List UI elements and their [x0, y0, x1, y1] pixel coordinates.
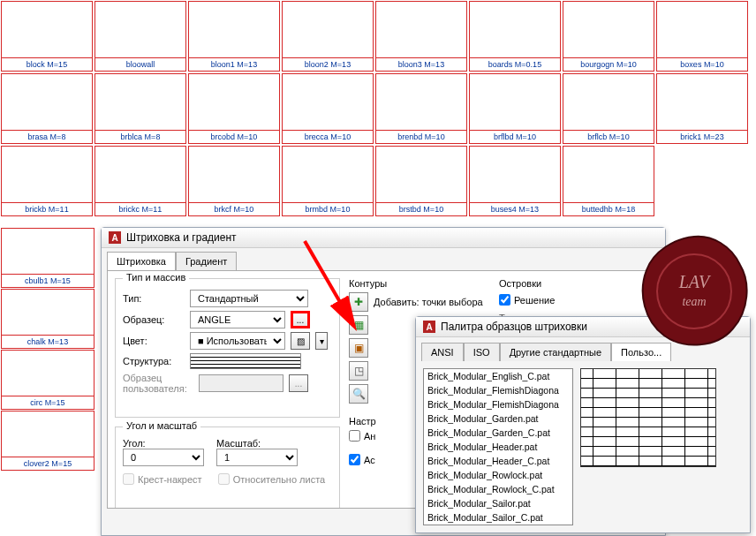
pattern-list-item[interactable]: Brick_Modular_Header.pat	[424, 440, 572, 454]
swatch-label: brkcf M=10	[215, 203, 254, 215]
swatch-label: block M=15	[26, 58, 67, 71]
app-icon: A	[423, 321, 435, 333]
pattern-list-item[interactable]: Brick_Modular_Sailor.pat	[424, 496, 572, 510]
pattern-swatch[interactable]: boxes M=10	[656, 1, 748, 72]
swatch-label: buses4 M=13	[491, 203, 539, 215]
pattern-list-item[interactable]: Brick_Modular_Garden.pat	[424, 411, 572, 426]
swatch-label: chalk M=13	[27, 336, 68, 348]
palette-tab-iso[interactable]: ISO	[464, 343, 500, 361]
pattern-swatch[interactable]: brickc M=11	[94, 146, 186, 216]
type-select[interactable]: Стандартный	[190, 290, 308, 307]
tab-hatch[interactable]: Штриховка	[107, 252, 176, 270]
wax-seal-icon: LAV team	[632, 230, 756, 353]
add-objects-button[interactable]: ▦	[349, 315, 368, 335]
view-button[interactable]: 🔍	[349, 384, 368, 404]
swatch-label: boxes M=10	[680, 58, 723, 71]
pattern-list-item[interactable]: Brick_Modular_Sailor_C.pat	[424, 510, 572, 525]
swatch-label: cbulb1 M=15	[25, 275, 71, 287]
pattern-swatch[interactable]: buses4 M=13	[469, 146, 561, 216]
userpat-label: Образец пользователя:	[123, 373, 193, 394]
swatch-label: bloon3 M=13	[398, 58, 444, 71]
structure-preview[interactable]	[190, 353, 301, 369]
pattern-list-item[interactable]: Brick_Modular_Header_C.pat	[424, 454, 572, 468]
app-icon: A	[109, 231, 121, 244]
svg-text:team: team	[682, 295, 706, 308]
pattern-swatch[interactable]: brstbd M=10	[375, 146, 467, 216]
pattern-list[interactable]: Brick_Modular_English_C.patBrick_Modular…	[423, 368, 573, 525]
color-swatch-button[interactable]: ▨	[291, 332, 310, 350]
pattern-swatch[interactable]: boards M=0.15	[469, 1, 561, 72]
svg-text:LAV: LAV	[678, 272, 712, 291]
remove-button[interactable]: ▣	[349, 338, 368, 358]
scale-label: Масштаб:	[216, 438, 305, 449]
pattern-swatch[interactable]: brickb M=11	[1, 146, 93, 216]
group-type-title: Тип и массив	[123, 272, 189, 283]
pattern-swatch[interactable]: brecca M=10	[282, 73, 374, 144]
group-angle-title: Угол и масштаб	[123, 420, 200, 431]
pattern-list-item[interactable]: Brick_Modular_Screen.pat	[424, 525, 572, 525]
pattern-preview	[580, 368, 716, 467]
pattern-swatch[interactable]: bloon2 M=13	[282, 1, 374, 72]
swatch-label: circ M=15	[30, 396, 64, 409]
palette-tab-std[interactable]: Другие стандартные	[500, 343, 611, 361]
pattern-swatch[interactable]: brenbd M=10	[375, 73, 467, 144]
color-select[interactable]: ■ Использовать теку	[190, 332, 285, 350]
pattern-swatch[interactable]: brflbd M=10	[469, 73, 561, 144]
pattern-swatch[interactable]: brmbd M=10	[282, 146, 374, 216]
recreate-button[interactable]: ◳	[349, 361, 368, 381]
pattern-swatch[interactable]: brick1 M=23	[656, 73, 748, 144]
swatch-label: buttedhb M=18	[582, 203, 635, 215]
swatch-label: bourgogn M=10	[580, 58, 636, 71]
pattern-list-item[interactable]: Brick_Modular_English_C.pat	[424, 369, 572, 383]
add-points-label: Добавить: точки выбора	[374, 297, 483, 307]
dialog-title: Штриховка и градиент	[126, 231, 237, 244]
pattern-browse-button[interactable]: ...	[291, 311, 310, 328]
scale-select[interactable]: 1	[216, 449, 298, 466]
cross-checkbox[interactable]: Крест-накрест	[123, 473, 202, 485]
palette-title: Палитра образцов штриховки	[441, 321, 587, 333]
angle-select[interactable]: 0	[123, 449, 204, 466]
swatch-label: brickc M=11	[119, 203, 163, 215]
pattern-list-item[interactable]: Brick_Modular_Rowlock_C.pat	[424, 482, 572, 496]
type-label: Тип:	[123, 293, 185, 304]
color-dropdown-button[interactable]: ▾	[315, 332, 328, 350]
pattern-list-item[interactable]: Brick_Modular_Rowlock.pat	[424, 468, 572, 482]
pattern-swatch[interactable]: cbulb1 M=15	[1, 228, 94, 288]
pattern-swatch[interactable]: bloon1 M=13	[188, 1, 280, 72]
pattern-swatch[interactable]: clover2 M=15	[1, 411, 94, 471]
color-label: Цвет:	[123, 336, 185, 346]
pattern-swatch[interactable]: bourgogn M=10	[563, 1, 654, 72]
pattern-swatch[interactable]: brkcf M=10	[188, 146, 280, 216]
palette-tab-ansi[interactable]: ANSI	[421, 343, 464, 361]
pattern-swatch[interactable]: brcobd M=10	[188, 73, 280, 144]
swatch-label: brasa M=8	[28, 131, 66, 143]
swatch-label: brflcb M=10	[587, 131, 629, 143]
userpat-browse-button[interactable]: ...	[289, 374, 308, 392]
swatch-label: brmbd M=10	[306, 203, 351, 215]
relsheet-checkbox[interactable]: Относительно листа	[218, 473, 326, 485]
pattern-label: Образец:	[123, 314, 185, 325]
swatch-label: bloon2 M=13	[305, 58, 351, 71]
pattern-list-item[interactable]: Brick_Modular_FlemishDiagona	[424, 383, 572, 397]
pattern-list-item[interactable]: Brick_Modular_FlemishDiagona	[424, 397, 572, 411]
pattern-swatch[interactable]: brflcb M=10	[563, 73, 654, 144]
tab-gradient[interactable]: Градиент	[176, 252, 237, 270]
add-points-button[interactable]: ✚	[349, 292, 368, 312]
pattern-swatch[interactable]: block M=15	[1, 1, 93, 72]
pattern-list-item[interactable]: Brick_Modular_Garden_C.pat	[424, 426, 572, 440]
swatch-label: brcobd M=10	[211, 131, 258, 143]
pattern-swatch[interactable]: chalk M=13	[1, 289, 94, 349]
pattern-swatch[interactable]: bloon3 M=13	[375, 1, 467, 72]
pattern-swatch[interactable]: brasa M=8	[1, 73, 93, 144]
swatch-label: boards M=0.15	[488, 58, 541, 71]
swatch-label: brick1 M=23	[680, 131, 723, 143]
islands-title: Островки	[499, 278, 649, 289]
pattern-swatch[interactable]: brblca M=8	[94, 73, 186, 144]
swatch-label: brblca M=8	[121, 131, 161, 143]
pattern-swatch[interactable]: buttedhb M=18	[563, 146, 654, 216]
solution-checkbox[interactable]: Решение	[499, 294, 649, 306]
swatch-label: brflbd M=10	[494, 131, 536, 143]
pattern-select[interactable]: ANGLE	[190, 311, 285, 328]
pattern-swatch[interactable]: bloowall	[94, 1, 186, 72]
pattern-swatch[interactable]: circ M=15	[1, 350, 94, 410]
